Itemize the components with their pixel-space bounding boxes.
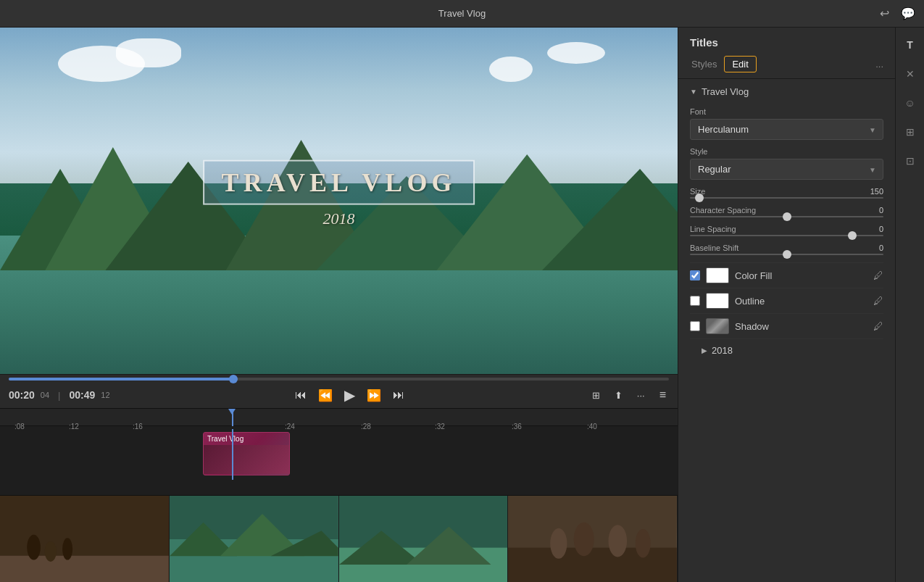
size-slider-container[interactable]: [690, 197, 883, 199]
svg-point-11: [62, 538, 72, 560]
progress-bar-container[interactable]: [9, 378, 669, 381]
line-spacing-slider-container[interactable]: [690, 235, 883, 236]
step-forward-button[interactable]: ⏩: [364, 387, 384, 404]
baseline-shift-slider-track: [690, 254, 883, 255]
fields-area: Font Herculanum ▼ Style Regular ▼: [678, 101, 895, 582]
svg-point-10: [45, 541, 57, 562]
film-clip-2: [170, 496, 339, 582]
title-clip[interactable]: Travel Vlog: [203, 432, 290, 475]
current-frame: 04: [41, 391, 49, 399]
section-header-2018[interactable]: ▶ 2018: [690, 338, 883, 362]
cloud-4: [547, 42, 605, 64]
film-clip-1: [0, 496, 170, 582]
more-icon[interactable]: ···: [634, 388, 648, 402]
shadow-row: Shadow 🖊: [690, 313, 883, 338]
shadow-swatch[interactable]: [706, 318, 729, 334]
controls-row: 00:20 04 | 00:49 12 ⏮ ⏪ ▶ ⏩ ⏭ ⊞ ⬆ ··· ≡: [9, 385, 669, 405]
outline-label: Outline: [735, 296, 867, 307]
current-time: 00:20: [9, 389, 35, 401]
size-slider-thumb[interactable]: [695, 194, 704, 202]
app-title: Travel Vlog: [438, 8, 486, 19]
go-to-end-button[interactable]: ⏭: [390, 387, 407, 403]
film-clip-4: [508, 496, 678, 582]
playback-bar: 00:20 04 | 00:49 12 ⏮ ⏪ ▶ ⏩ ⏭ ⊞ ⬆ ··· ≡: [0, 374, 678, 408]
export-icon[interactable]: ⬆: [612, 388, 625, 402]
color-fill-row: Color Fill 🖊: [690, 262, 883, 288]
char-spacing-slider-track: [690, 216, 883, 217]
icon-bar-grid-btn[interactable]: ⊞: [899, 120, 922, 144]
line-spacing-slider-thumb[interactable]: [848, 231, 857, 240]
icon-bar-person-btn[interactable]: ☺: [899, 91, 922, 115]
icon-bar-close-btn[interactable]: ✕: [899, 62, 922, 86]
size-value: 150: [866, 187, 883, 196]
char-spacing-slider-thumb[interactable]: [783, 212, 791, 221]
cloud-2: [116, 38, 181, 67]
toggle-icon[interactable]: ≡: [657, 387, 669, 403]
icon-bar: T ✕ ☺ ⊞ ⊡: [895, 28, 924, 582]
crop-icon[interactable]: ⊞: [589, 388, 603, 402]
film-clip-1-svg: [0, 496, 169, 582]
titles-header: Titles Styles Edit ...: [678, 28, 895, 79]
shadow-eyedropper-icon[interactable]: 🖊: [873, 320, 883, 332]
outline-eyedropper-icon[interactable]: 🖊: [873, 295, 883, 307]
baseline-shift-slider-container[interactable]: [690, 254, 883, 255]
outline-row: Outline 🖊: [690, 288, 883, 313]
section-header-travel-vlog[interactable]: ▼ Travel Vlog: [678, 79, 895, 101]
section-title-travel-vlog: Travel Vlog: [702, 86, 749, 97]
undo-icon[interactable]: ↩: [880, 7, 889, 20]
font-label: Font: [690, 107, 883, 116]
playhead-track: [232, 429, 233, 480]
go-to-start-button[interactable]: ⏮: [292, 387, 309, 403]
baseline-shift-slider-thumb[interactable]: [783, 250, 791, 259]
svg-point-24: [574, 523, 594, 557]
baseline-shift-label: Baseline Shift: [690, 244, 860, 252]
font-select[interactable]: Herculanum: [690, 119, 883, 140]
outline-checkbox[interactable]: [690, 296, 700, 306]
color-fill-label: Color Fill: [735, 270, 867, 281]
video-title-main: TRAVEL VLOG: [203, 160, 475, 205]
titles-panel-title: Titles: [690, 36, 883, 49]
char-spacing-field-group: Character Spacing 0: [690, 206, 883, 217]
chevron-right-icon: ▶: [702, 346, 707, 354]
char-spacing-slider-container[interactable]: [690, 216, 883, 217]
comments-icon[interactable]: 💬: [901, 7, 915, 20]
font-field-group: Font Herculanum ▼: [690, 107, 883, 140]
shadow-label: Shadow: [735, 321, 867, 332]
size-field-group: Size 150: [690, 187, 883, 199]
step-back-button[interactable]: ⏪: [315, 387, 336, 404]
icon-bar-titles-btn[interactable]: T: [899, 33, 922, 57]
film-clip-2-svg: [170, 496, 338, 582]
film-clip-4-svg: [508, 496, 677, 582]
color-fill-checkbox[interactable]: [690, 270, 700, 280]
tabs-row: Styles Edit ...: [690, 56, 883, 72]
svg-point-9: [27, 535, 41, 560]
end-time: 00:49: [69, 389, 95, 401]
line-spacing-slider-track: [690, 235, 883, 236]
play-pause-button[interactable]: ▶: [341, 385, 358, 405]
top-bar: Travel Vlog ↩ 💬: [0, 0, 924, 28]
color-fill-swatch[interactable]: [706, 267, 729, 283]
clip-thumbnail: [204, 445, 289, 474]
icon-bar-crop-btn[interactable]: ⊡: [899, 149, 922, 172]
size-slider-row: Size 150: [690, 187, 883, 196]
tabs-more-button[interactable]: ...: [875, 59, 883, 70]
style-select[interactable]: Regular: [690, 159, 883, 180]
svg-rect-8: [0, 556, 169, 582]
color-fill-eyedropper-icon[interactable]: 🖊: [873, 270, 883, 281]
tab-styles[interactable]: Styles: [690, 56, 718, 72]
size-slider-track: [690, 197, 883, 199]
film-clip-3-svg: [339, 496, 508, 582]
font-select-wrapper: Herculanum ▼: [690, 119, 883, 140]
tab-edit[interactable]: Edit: [724, 56, 756, 72]
titles-panel: Titles Styles Edit ... ▼ Travel Vlog Fon…: [678, 28, 895, 582]
ctrl-icons: ⊞ ⬆ ··· ≡: [589, 387, 669, 403]
cloud-3: [489, 57, 533, 82]
style-field-group: Style Regular ▼: [690, 147, 883, 180]
svg-rect-22: [508, 548, 677, 582]
outline-swatch[interactable]: [706, 293, 729, 309]
svg-point-25: [609, 525, 628, 557]
line-spacing-field-group: Line Spacing 0: [690, 225, 883, 236]
end-frame: 12: [101, 391, 109, 399]
line-spacing-label: Line Spacing: [690, 225, 860, 233]
shadow-checkbox[interactable]: [690, 321, 700, 331]
